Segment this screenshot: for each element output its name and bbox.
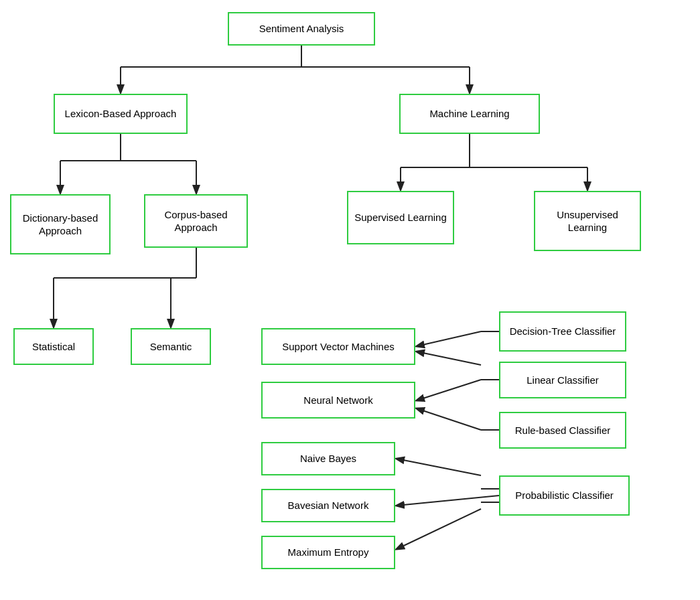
- node-sentiment-analysis: Sentiment Analysis: [228, 12, 375, 46]
- diagram: Sentiment Analysis Lexicon-Based Approac…: [0, 0, 700, 600]
- node-unsupervised: Unsupervised Learning: [534, 191, 641, 251]
- svg-line-22: [417, 331, 481, 346]
- node-svm: Support Vector Machines: [261, 328, 415, 365]
- node-rule-based: Rule-based Classifier: [499, 412, 626, 449]
- node-decision-tree: Decision-Tree Classifier: [499, 311, 626, 352]
- node-corpus-based: Corpus-based Approach: [144, 194, 248, 248]
- svg-line-26: [417, 380, 481, 400]
- node-dictionary-based: Dictionary-based Approach: [10, 194, 111, 254]
- node-machine-learning: Machine Learning: [399, 94, 540, 134]
- svg-line-28: [417, 408, 481, 430]
- node-linear-classifier: Linear Classifier: [499, 362, 626, 398]
- node-naive-bayes: Naive Bayes: [261, 442, 395, 475]
- node-neural-network: Neural Network: [261, 382, 415, 419]
- node-statistical: Statistical: [13, 328, 94, 365]
- node-maximum-entropy: Maximum Entropy: [261, 536, 395, 569]
- node-lexicon-based: Lexicon-Based Approach: [54, 94, 188, 134]
- node-supervised: Supervised Learning: [347, 191, 454, 244]
- svg-line-33: [397, 509, 481, 549]
- node-semantic: Semantic: [131, 328, 211, 365]
- svg-line-31: [397, 496, 499, 506]
- node-bavesian-network: Bavesian Network: [261, 489, 395, 522]
- svg-line-30: [397, 459, 481, 475]
- node-probabilistic: Probabilistic Classifier: [499, 475, 630, 516]
- svg-line-24: [417, 352, 481, 365]
